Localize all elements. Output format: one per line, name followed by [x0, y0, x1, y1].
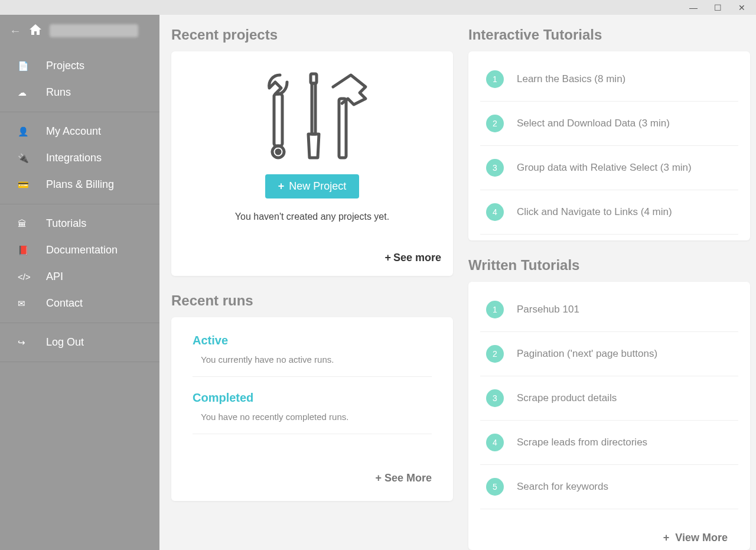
tutorial-label: Select and Download Data (3 min)	[517, 118, 670, 129]
tutorial-item[interactable]: 2Pagination ('next' page buttons)	[480, 332, 738, 376]
home-icon[interactable]	[30, 24, 41, 38]
svg-point-2	[276, 150, 280, 154]
tools-illustration	[183, 69, 441, 164]
titlebar	[0, 0, 756, 15]
plus-icon: +	[663, 532, 676, 544]
sidebar-item-label: API	[46, 271, 63, 283]
recent-projects-card: +New Project You haven't created any pro…	[171, 51, 453, 276]
plus-icon: +	[375, 472, 384, 484]
new-project-button[interactable]: +New Project	[265, 174, 360, 198]
sidebar-header: ←	[0, 15, 159, 47]
runs-see-more[interactable]: + See More	[193, 448, 432, 484]
sidebar-title	[50, 24, 138, 37]
file-icon: 📄	[18, 61, 46, 71]
interactive-tutorials-title: Interactive Tutorials	[468, 27, 750, 43]
tutorial-item[interactable]: 5Search for keywords	[480, 465, 738, 509]
sidebar-item-label: Log Out	[46, 336, 84, 349]
tutorial-item[interactable]: 3Scrape product details	[480, 376, 738, 421]
sidebar-item-my-account[interactable]: 👤My Account	[0, 118, 159, 145]
sidebar-item-label: Documentation	[46, 244, 118, 256]
tutorial-label: Pagination ('next' page buttons)	[517, 348, 657, 360]
plus-icon: +	[384, 252, 391, 263]
active-runs-message: You currently have no active runs.	[193, 354, 432, 377]
plug-icon: 🔌	[18, 153, 46, 164]
tutorial-number-badge: 2	[486, 115, 504, 132]
new-project-label: New Project	[289, 180, 346, 192]
sidebar-item-contact[interactable]: ✉Contact	[0, 290, 159, 317]
sidebar-item-label: Plans & Billing	[46, 178, 114, 191]
back-arrow-icon[interactable]: ←	[9, 24, 21, 38]
main-content: Recent projects	[159, 15, 756, 550]
window-controls: — ☐ ✕	[689, 0, 756, 15]
written-tutorials-title: Written Tutorials	[468, 257, 750, 274]
tutorial-label: Scrape product details	[517, 392, 617, 404]
maximize-button[interactable]: ☐	[714, 3, 722, 12]
sidebar-item-plans-billing[interactable]: 💳Plans & Billing	[0, 171, 159, 198]
completed-runs-message: You have no recently completed runs.	[193, 412, 432, 434]
sidebar-item-documentation[interactable]: 📕Documentation	[0, 237, 159, 263]
plus-icon: +	[278, 180, 285, 192]
sidebar-item-api[interactable]: </>API	[0, 263, 159, 290]
tutorial-item[interactable]: 4Click and Navigate to Links (4 min)	[480, 190, 738, 235]
see-more-label: See more	[393, 252, 441, 263]
tutorial-number-badge: 3	[486, 159, 504, 177]
active-runs-label: Active	[193, 334, 432, 347]
tutorial-label: Search for keywords	[517, 481, 608, 493]
logout-icon: ↪	[18, 337, 46, 348]
tutorial-item[interactable]: 1Parsehub 101	[480, 288, 738, 332]
see-more-label: See More	[384, 472, 432, 484]
sidebar-item-integrations[interactable]: 🔌Integrations	[0, 145, 159, 171]
completed-runs-label: Completed	[193, 391, 432, 405]
tutorial-label: Parsehub 101	[517, 304, 579, 315]
interactive-tutorials-card: 1Learn the Basics (8 min)2Select and Dow…	[468, 51, 750, 240]
card-icon: 💳	[18, 180, 46, 190]
recent-runs-title: Recent runs	[171, 292, 453, 309]
book-icon: 📕	[18, 245, 46, 256]
svg-rect-0	[274, 94, 282, 146]
sidebar-item-label: My Account	[46, 125, 101, 138]
sidebar-item-projects[interactable]: 📄Projects	[0, 53, 159, 79]
tutorial-item[interactable]: 4Scrape leads from directories	[480, 421, 738, 465]
tutorial-label: Scrape leads from directories	[517, 437, 647, 448]
tutorial-number-badge: 5	[486, 478, 504, 496]
written-tutorials-card: 1Parsehub 1012Pagination ('next' page bu…	[468, 282, 750, 550]
sidebar: ← 📄Projects☁Runs👤My Account🔌Integrations…	[0, 15, 159, 550]
sidebar-item-label: Integrations	[46, 152, 102, 164]
svg-rect-5	[339, 99, 346, 158]
user-icon: 👤	[18, 126, 46, 137]
recent-runs-card: Active You currently have no active runs…	[171, 317, 453, 501]
sidebar-item-tutorials[interactable]: 🏛Tutorials	[0, 210, 159, 237]
tutorial-number-badge: 3	[486, 389, 504, 407]
cloud-icon: ☁	[18, 87, 46, 98]
tutorial-item[interactable]: 3Group data with Relative Select (3 min)	[480, 146, 738, 190]
tutorial-label: Learn the Basics (8 min)	[517, 73, 625, 85]
sidebar-item-runs[interactable]: ☁Runs	[0, 79, 159, 106]
mail-icon: ✉	[18, 298, 46, 309]
tutorial-item[interactable]: 2Select and Download Data (3 min)	[480, 102, 738, 146]
minimize-button[interactable]: —	[689, 3, 698, 12]
sidebar-item-label: Tutorials	[46, 217, 86, 230]
no-projects-message: You haven't created any projects yet.	[183, 211, 441, 222]
tutorial-item[interactable]: 1Learn the Basics (8 min)	[480, 57, 738, 102]
sidebar-item-label: Runs	[46, 86, 71, 99]
tutorial-number-badge: 2	[486, 345, 504, 363]
sidebar-item-log-out[interactable]: ↪Log Out	[0, 329, 159, 356]
recent-projects-title: Recent projects	[171, 27, 453, 43]
written-view-more[interactable]: + View More	[480, 515, 738, 550]
tutorial-number-badge: 1	[486, 70, 504, 88]
view-more-label: View More	[675, 532, 728, 544]
tutorials-icon: 🏛	[18, 219, 46, 229]
sidebar-item-label: Projects	[46, 60, 84, 72]
projects-see-more[interactable]: +See more	[183, 240, 441, 264]
svg-rect-4	[312, 83, 315, 134]
code-icon: </>	[18, 272, 46, 282]
tutorial-label: Click and Navigate to Links (4 min)	[517, 206, 672, 218]
tutorial-number-badge: 4	[486, 434, 504, 451]
tutorial-number-badge: 4	[486, 203, 504, 221]
tutorial-label: Group data with Relative Select (3 min)	[517, 162, 692, 174]
close-button[interactable]: ✕	[738, 3, 745, 12]
tutorial-number-badge: 1	[486, 301, 504, 318]
sidebar-item-label: Contact	[46, 297, 83, 310]
